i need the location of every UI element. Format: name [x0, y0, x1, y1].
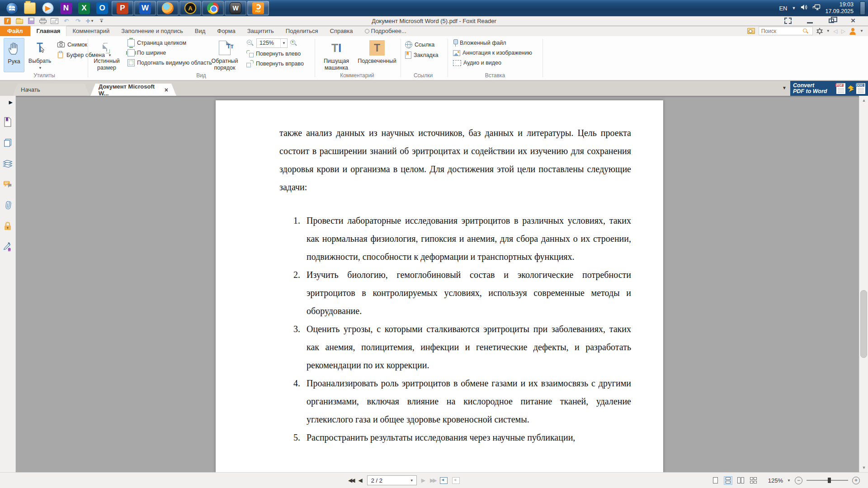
fit-visible-button[interactable]: Подогнать видимую область — [127, 58, 212, 68]
account-icon[interactable] — [849, 28, 856, 35]
next-view-arrow-icon[interactable]: ▷ — [841, 28, 845, 34]
fullscreen-button[interactable] — [783, 18, 793, 24]
zoom-in-icon[interactable]: + — [290, 39, 297, 47]
page-number-combobox[interactable]: 2 / 2 ▼ — [367, 475, 417, 485]
scroll-up-icon[interactable]: ▲ — [859, 96, 868, 105]
restore-button[interactable] — [826, 18, 836, 24]
tab-help[interactable]: Справка — [324, 26, 359, 36]
page-caret-icon[interactable]: ▼ — [410, 479, 416, 483]
link-button[interactable]: Ссылка — [405, 40, 434, 50]
fit-page-button[interactable]: Страница целиком — [127, 38, 186, 48]
security-panel-icon[interactable] — [3, 221, 13, 231]
hand-tool-button[interactable]: ✛▼ — [86, 18, 94, 24]
tab-comment[interactable]: Комментарий — [66, 26, 115, 36]
gear-caret-icon[interactable]: ▼ — [826, 29, 830, 33]
zoom-combobox[interactable]: 125% ▼ — [256, 38, 288, 48]
zoom-out-icon[interactable]: − — [246, 39, 254, 47]
tab-tell-me[interactable]: Подробнее... — [359, 26, 412, 36]
gear-icon[interactable] — [816, 28, 823, 34]
audio-video-button[interactable]: Аудио и видео — [453, 58, 501, 68]
taskbar-powerpoint[interactable]: P — [112, 1, 133, 15]
customize-qat-button[interactable]: ▼ — [98, 18, 105, 24]
previous-view-arrow-icon[interactable]: ◁ — [834, 28, 838, 34]
language-indicator[interactable]: EN — [779, 5, 787, 12]
image-annotation-button[interactable]: Аннотация к изображению — [453, 48, 532, 58]
save-button[interactable] — [27, 18, 35, 24]
volume-icon[interactable] — [800, 4, 808, 12]
previous-page-button[interactable]: ◀ — [358, 477, 362, 483]
tab-view[interactable]: Вид — [189, 26, 212, 36]
tab-protect[interactable]: Защитить — [241, 26, 280, 36]
previous-view-button[interactable] — [440, 477, 448, 484]
taskbar-excel[interactable]: X — [75, 1, 93, 15]
show-desktop-button[interactable] — [860, 1, 865, 15]
vertical-scrollbar[interactable]: ▲ ▼ — [859, 96, 868, 472]
status-zoom-out-button[interactable]: − — [795, 477, 802, 484]
status-zoom-caret-icon[interactable]: ▼ — [787, 479, 791, 483]
print-button[interactable] — [39, 18, 47, 24]
search-box[interactable] — [759, 27, 813, 35]
layers-panel-icon[interactable] — [3, 159, 13, 169]
minimize-button[interactable] — [805, 18, 815, 24]
document-viewport[interactable]: также анализ данных из научных источнико… — [16, 96, 859, 472]
status-zoom-in-button[interactable]: + — [852, 477, 860, 484]
tab-home[interactable]: Главная — [30, 26, 67, 36]
actual-size-button[interactable]: Истинный размер — [90, 38, 123, 72]
account-caret-icon[interactable]: ▼ — [860, 29, 863, 33]
network-icon[interactable] — [812, 4, 821, 12]
comments-panel-icon[interactable] — [3, 179, 13, 189]
tab-fill-sign[interactable]: Заполнение и подпись — [115, 26, 189, 36]
pages-panel-icon[interactable] — [3, 138, 13, 148]
next-view-button[interactable] — [452, 477, 460, 484]
pdf-page[interactable]: также анализ данных из научных источнико… — [216, 100, 663, 472]
single-page-view-button[interactable] — [711, 476, 720, 485]
taskbar-outlook[interactable]: O — [94, 1, 111, 15]
file-attachment-button[interactable]: Вложенный файл — [453, 38, 506, 48]
close-tab-icon[interactable]: × — [165, 86, 168, 94]
bookmarks-panel-icon[interactable] — [3, 117, 13, 127]
convert-pdf-banner[interactable]: Convert PDF to Word PDF DOC — [790, 81, 868, 96]
tray-clock[interactable]: 19:03 17.09.2025 — [825, 1, 855, 15]
search-input[interactable] — [759, 28, 802, 34]
facing-view-button[interactable] — [736, 476, 745, 485]
start-button[interactable] — [3, 1, 20, 15]
taskbar-chrome[interactable] — [202, 1, 224, 15]
zoom-slider-thumb[interactable] — [828, 478, 831, 483]
undo-button[interactable]: ↶ — [62, 18, 70, 24]
rotate-right-button[interactable]: Повернуть вправо — [246, 59, 304, 69]
tab-start-page[interactable]: Начать — [13, 84, 90, 96]
hand-tool-big-button[interactable]: Рука — [4, 38, 24, 72]
scrollbar-thumb[interactable] — [860, 290, 867, 358]
next-page-button[interactable]: ▶ — [421, 477, 425, 483]
taskbar-explorer[interactable] — [21, 1, 38, 15]
email-button[interactable] — [51, 18, 58, 24]
first-page-button[interactable]: ◀◀ — [348, 477, 354, 483]
fit-width-button[interactable]: По ширине — [127, 48, 166, 58]
taskbar-firefox[interactable] — [157, 1, 179, 15]
taskbar-word[interactable]: W — [134, 1, 156, 15]
reverse-view-button[interactable]: Тт Обратный порядок — [209, 38, 241, 72]
close-button[interactable]: × — [848, 18, 858, 24]
taskbar-onenote[interactable]: N — [57, 1, 75, 15]
tab-share[interactable]: Поделиться — [280, 26, 324, 36]
language-caret-icon[interactable]: ▼ — [792, 6, 796, 10]
bookmark-button[interactable]: Закладка — [405, 50, 438, 60]
taskbar-media-player[interactable]: ▶ — [39, 1, 57, 15]
expand-panel-icon[interactable]: ▶ — [9, 99, 15, 105]
typewriter-button[interactable]: ТI Пишущая машинка — [319, 38, 354, 72]
tab-file[interactable]: Файл — [0, 26, 30, 36]
tab-current-document[interactable]: Документ Microsoft W... × — [90, 84, 176, 96]
attachments-panel-icon[interactable] — [3, 200, 13, 210]
continuous-view-button[interactable] — [724, 476, 732, 485]
select-tool-button[interactable]: Выбрать ▼ — [26, 38, 54, 72]
last-page-button[interactable]: ▶▶ — [430, 477, 435, 483]
highlight-button[interactable]: Т Подсвеченный — [355, 38, 399, 72]
continuous-facing-view-button[interactable] — [749, 476, 758, 485]
foxit-logo-icon[interactable]: f — [4, 18, 11, 24]
snapshot-button[interactable]: Снимок — [57, 40, 87, 50]
taskbar-foxit-reader[interactable]: PDF — [247, 1, 269, 15]
search-icon[interactable] — [802, 28, 808, 34]
taskbar-wm-keeper[interactable]: W — [225, 1, 246, 15]
taskbar-aimp[interactable]: A — [179, 1, 201, 15]
zoom-caret-icon[interactable]: ▼ — [280, 39, 287, 47]
